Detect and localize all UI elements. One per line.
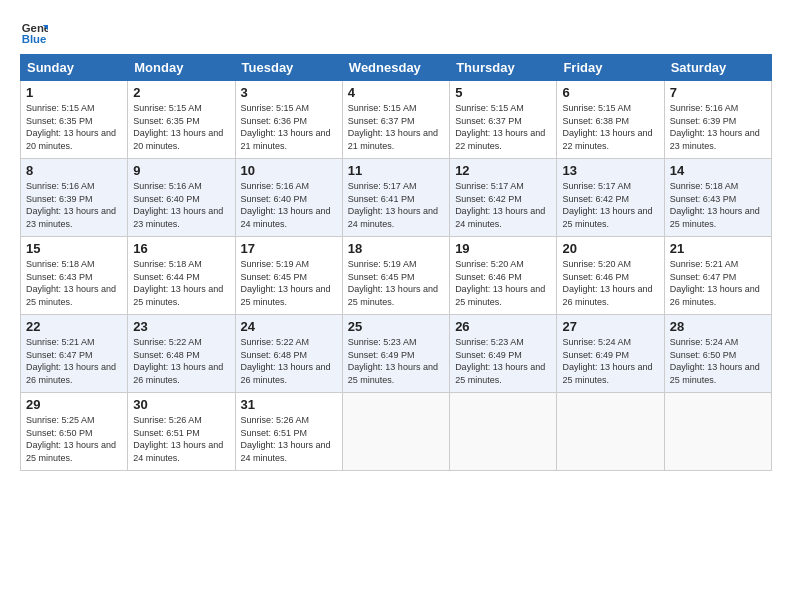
calendar-cell: 23Sunrise: 5:22 AMSunset: 6:48 PMDayligh… <box>128 315 235 393</box>
day-info: Sunrise: 5:15 AMSunset: 6:37 PMDaylight:… <box>455 103 545 151</box>
calendar-cell: 17Sunrise: 5:19 AMSunset: 6:45 PMDayligh… <box>235 237 342 315</box>
calendar-cell <box>664 393 771 471</box>
day-info: Sunrise: 5:25 AMSunset: 6:50 PMDaylight:… <box>26 415 116 463</box>
day-info: Sunrise: 5:24 AMSunset: 6:50 PMDaylight:… <box>670 337 760 385</box>
day-number: 21 <box>670 241 766 256</box>
calendar-cell: 16Sunrise: 5:18 AMSunset: 6:44 PMDayligh… <box>128 237 235 315</box>
calendar-cell: 6Sunrise: 5:15 AMSunset: 6:38 PMDaylight… <box>557 81 664 159</box>
calendar-cell: 19Sunrise: 5:20 AMSunset: 6:46 PMDayligh… <box>450 237 557 315</box>
col-header-tuesday: Tuesday <box>235 55 342 81</box>
calendar-cell: 15Sunrise: 5:18 AMSunset: 6:43 PMDayligh… <box>21 237 128 315</box>
day-number: 17 <box>241 241 337 256</box>
day-number: 25 <box>348 319 444 334</box>
day-number: 4 <box>348 85 444 100</box>
calendar-table: SundayMondayTuesdayWednesdayThursdayFrid… <box>20 54 772 471</box>
day-info: Sunrise: 5:21 AMSunset: 6:47 PMDaylight:… <box>26 337 116 385</box>
calendar-cell: 10Sunrise: 5:16 AMSunset: 6:40 PMDayligh… <box>235 159 342 237</box>
day-info: Sunrise: 5:23 AMSunset: 6:49 PMDaylight:… <box>455 337 545 385</box>
day-number: 27 <box>562 319 658 334</box>
calendar-cell: 21Sunrise: 5:21 AMSunset: 6:47 PMDayligh… <box>664 237 771 315</box>
col-header-wednesday: Wednesday <box>342 55 449 81</box>
day-number: 1 <box>26 85 122 100</box>
day-info: Sunrise: 5:26 AMSunset: 6:51 PMDaylight:… <box>133 415 223 463</box>
calendar-week-row: 22Sunrise: 5:21 AMSunset: 6:47 PMDayligh… <box>21 315 772 393</box>
calendar-cell: 22Sunrise: 5:21 AMSunset: 6:47 PMDayligh… <box>21 315 128 393</box>
day-number: 18 <box>348 241 444 256</box>
calendar-cell: 5Sunrise: 5:15 AMSunset: 6:37 PMDaylight… <box>450 81 557 159</box>
calendar-week-row: 15Sunrise: 5:18 AMSunset: 6:43 PMDayligh… <box>21 237 772 315</box>
calendar-cell <box>557 393 664 471</box>
day-info: Sunrise: 5:15 AMSunset: 6:36 PMDaylight:… <box>241 103 331 151</box>
header: General Blue <box>20 18 772 46</box>
calendar-cell: 12Sunrise: 5:17 AMSunset: 6:42 PMDayligh… <box>450 159 557 237</box>
page: General Blue SundayMondayTuesdayWednesda… <box>0 0 792 612</box>
day-number: 2 <box>133 85 229 100</box>
day-number: 20 <box>562 241 658 256</box>
day-number: 14 <box>670 163 766 178</box>
calendar-cell: 2Sunrise: 5:15 AMSunset: 6:35 PMDaylight… <box>128 81 235 159</box>
calendar-cell <box>342 393 449 471</box>
day-info: Sunrise: 5:23 AMSunset: 6:49 PMDaylight:… <box>348 337 438 385</box>
day-info: Sunrise: 5:20 AMSunset: 6:46 PMDaylight:… <box>455 259 545 307</box>
col-header-friday: Friday <box>557 55 664 81</box>
calendar-cell: 28Sunrise: 5:24 AMSunset: 6:50 PMDayligh… <box>664 315 771 393</box>
day-info: Sunrise: 5:22 AMSunset: 6:48 PMDaylight:… <box>241 337 331 385</box>
day-number: 10 <box>241 163 337 178</box>
day-info: Sunrise: 5:18 AMSunset: 6:44 PMDaylight:… <box>133 259 223 307</box>
day-number: 26 <box>455 319 551 334</box>
day-info: Sunrise: 5:26 AMSunset: 6:51 PMDaylight:… <box>241 415 331 463</box>
day-info: Sunrise: 5:15 AMSunset: 6:35 PMDaylight:… <box>26 103 116 151</box>
col-header-sunday: Sunday <box>21 55 128 81</box>
day-info: Sunrise: 5:16 AMSunset: 6:39 PMDaylight:… <box>26 181 116 229</box>
calendar-cell: 31Sunrise: 5:26 AMSunset: 6:51 PMDayligh… <box>235 393 342 471</box>
day-info: Sunrise: 5:19 AMSunset: 6:45 PMDaylight:… <box>348 259 438 307</box>
calendar-cell: 14Sunrise: 5:18 AMSunset: 6:43 PMDayligh… <box>664 159 771 237</box>
day-number: 11 <box>348 163 444 178</box>
day-number: 24 <box>241 319 337 334</box>
day-info: Sunrise: 5:17 AMSunset: 6:42 PMDaylight:… <box>562 181 652 229</box>
calendar-week-row: 1Sunrise: 5:15 AMSunset: 6:35 PMDaylight… <box>21 81 772 159</box>
col-header-monday: Monday <box>128 55 235 81</box>
calendar-cell: 8Sunrise: 5:16 AMSunset: 6:39 PMDaylight… <box>21 159 128 237</box>
calendar-week-row: 29Sunrise: 5:25 AMSunset: 6:50 PMDayligh… <box>21 393 772 471</box>
calendar-cell: 18Sunrise: 5:19 AMSunset: 6:45 PMDayligh… <box>342 237 449 315</box>
calendar-cell: 13Sunrise: 5:17 AMSunset: 6:42 PMDayligh… <box>557 159 664 237</box>
logo: General Blue <box>20 18 48 46</box>
day-number: 19 <box>455 241 551 256</box>
day-number: 23 <box>133 319 229 334</box>
calendar-cell: 30Sunrise: 5:26 AMSunset: 6:51 PMDayligh… <box>128 393 235 471</box>
calendar-cell <box>450 393 557 471</box>
calendar-cell: 11Sunrise: 5:17 AMSunset: 6:41 PMDayligh… <box>342 159 449 237</box>
calendar-cell: 1Sunrise: 5:15 AMSunset: 6:35 PMDaylight… <box>21 81 128 159</box>
day-info: Sunrise: 5:20 AMSunset: 6:46 PMDaylight:… <box>562 259 652 307</box>
logo-icon: General Blue <box>20 18 48 46</box>
day-number: 13 <box>562 163 658 178</box>
day-info: Sunrise: 5:22 AMSunset: 6:48 PMDaylight:… <box>133 337 223 385</box>
day-number: 8 <box>26 163 122 178</box>
calendar-cell: 27Sunrise: 5:24 AMSunset: 6:49 PMDayligh… <box>557 315 664 393</box>
calendar-header-row: SundayMondayTuesdayWednesdayThursdayFrid… <box>21 55 772 81</box>
calendar-week-row: 8Sunrise: 5:16 AMSunset: 6:39 PMDaylight… <box>21 159 772 237</box>
calendar-cell: 29Sunrise: 5:25 AMSunset: 6:50 PMDayligh… <box>21 393 128 471</box>
day-number: 6 <box>562 85 658 100</box>
calendar-cell: 20Sunrise: 5:20 AMSunset: 6:46 PMDayligh… <box>557 237 664 315</box>
day-info: Sunrise: 5:18 AMSunset: 6:43 PMDaylight:… <box>670 181 760 229</box>
day-info: Sunrise: 5:15 AMSunset: 6:35 PMDaylight:… <box>133 103 223 151</box>
col-header-saturday: Saturday <box>664 55 771 81</box>
day-number: 31 <box>241 397 337 412</box>
day-number: 5 <box>455 85 551 100</box>
day-info: Sunrise: 5:15 AMSunset: 6:37 PMDaylight:… <box>348 103 438 151</box>
calendar-cell: 25Sunrise: 5:23 AMSunset: 6:49 PMDayligh… <box>342 315 449 393</box>
day-number: 16 <box>133 241 229 256</box>
day-info: Sunrise: 5:16 AMSunset: 6:40 PMDaylight:… <box>241 181 331 229</box>
calendar-cell: 24Sunrise: 5:22 AMSunset: 6:48 PMDayligh… <box>235 315 342 393</box>
calendar-cell: 9Sunrise: 5:16 AMSunset: 6:40 PMDaylight… <box>128 159 235 237</box>
day-number: 9 <box>133 163 229 178</box>
day-info: Sunrise: 5:16 AMSunset: 6:40 PMDaylight:… <box>133 181 223 229</box>
day-number: 3 <box>241 85 337 100</box>
day-number: 28 <box>670 319 766 334</box>
calendar-cell: 26Sunrise: 5:23 AMSunset: 6:49 PMDayligh… <box>450 315 557 393</box>
day-info: Sunrise: 5:15 AMSunset: 6:38 PMDaylight:… <box>562 103 652 151</box>
col-header-thursday: Thursday <box>450 55 557 81</box>
calendar-cell: 7Sunrise: 5:16 AMSunset: 6:39 PMDaylight… <box>664 81 771 159</box>
